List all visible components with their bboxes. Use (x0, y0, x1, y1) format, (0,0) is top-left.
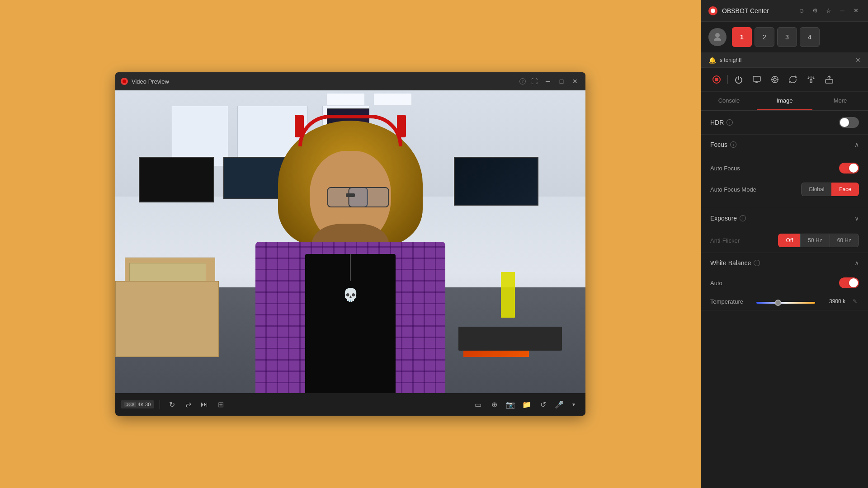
anti-flicker-label: Anti-Flicker (710, 237, 778, 244)
focus-section-header[interactable]: Focus i ∧ (701, 135, 868, 155)
bg-monitor1 (139, 157, 214, 202)
toolbar-photo-btn[interactable]: 📷 (504, 398, 517, 411)
hdr-label: HDR i (710, 119, 839, 126)
exposure-section: Exposure i ∨ Anti-Flicker Off 50 Hz 60 H… (701, 208, 868, 253)
focus-section: Focus i ∧ Auto Focus Auto Focus Mode (701, 135, 868, 208)
hdr-toggle-thumb (840, 118, 849, 127)
panel-titlebar-controls: ☺ ⚙ ☆ ─ ✕ (797, 6, 861, 16)
exposure-section-header[interactable]: Exposure i ∨ (701, 208, 868, 228)
video-close-btn[interactable]: ✕ (570, 76, 580, 86)
svg-rect-5 (753, 76, 760, 81)
panel-minimize-btn[interactable]: ─ (837, 6, 847, 16)
toolbar-mic-btn[interactable]: 🎤 (553, 398, 566, 411)
preset-btn-1[interactable]: 1 (732, 27, 752, 47)
focus-section-title: Focus i (710, 141, 854, 148)
tool-export-btn[interactable] (821, 71, 837, 88)
video-title: Video Preview (132, 78, 516, 85)
video-help-icon[interactable]: ? (519, 78, 526, 84)
auto-focus-label: Auto Focus (710, 165, 839, 172)
video-fullscreen-btn[interactable]: ⛶ (529, 76, 539, 86)
video-record-icon (121, 78, 128, 85)
anti-flicker-off-btn[interactable]: Off (778, 234, 800, 247)
glasses-bridge (346, 193, 355, 197)
tab-image[interactable]: Image (757, 92, 812, 110)
video-titlebar: Video Preview ? ⛶ ─ □ ✕ (115, 72, 585, 90)
hdr-row: HDR i (701, 111, 868, 135)
person-headphones (298, 115, 402, 146)
headphone-right-cup (397, 115, 406, 137)
toolbar-refresh2-btn[interactable]: ↺ (537, 398, 549, 411)
video-content: G3 HOLA (115, 90, 585, 393)
panel-emoji-btn[interactable]: ☺ (797, 6, 807, 16)
tool-record-btn[interactable] (708, 71, 725, 88)
video-maximize-btn[interactable]: □ (557, 76, 566, 86)
scene-keyboard (458, 327, 562, 351)
tool-display-btn[interactable] (749, 71, 765, 88)
wb-auto-toggle[interactable] (839, 277, 859, 288)
video-minimize-btn[interactable]: ─ (543, 76, 553, 86)
preset-btn-3[interactable]: 3 (777, 27, 797, 47)
toolbar-crop-btn[interactable]: ▭ (472, 398, 484, 411)
notif-text: s tonight! (720, 57, 852, 63)
svg-point-2 (715, 33, 720, 38)
focus-mode-global-btn[interactable]: Global (801, 183, 832, 196)
ceiling-light2 (374, 94, 411, 106)
auto-focus-toggle-thumb (849, 164, 858, 173)
exposure-section-title: Exposure i (710, 215, 854, 222)
focus-mode-face-btn[interactable]: Face (831, 183, 859, 196)
svg-rect-13 (826, 80, 833, 83)
video-window-controls: ⛶ ─ □ ✕ (529, 76, 580, 86)
toolbar-skip-btn[interactable]: ⏭ (198, 398, 211, 411)
wb-auto-row: Auto (701, 273, 868, 293)
temperature-slider-container (756, 297, 815, 305)
anti-flicker-50hz-btn[interactable]: 50 Hz (800, 234, 829, 247)
auto-focus-toggle[interactable] (839, 163, 859, 174)
glasses-right (349, 187, 389, 207)
settings-content: HDR i Focus i ∧ Auto Focus (701, 111, 868, 488)
tab-more[interactable]: More (812, 92, 868, 110)
notif-close-btn[interactable]: ✕ (855, 56, 861, 64)
wb-chevron-icon: ∧ (854, 259, 859, 267)
toolbar-grid-btn[interactable]: ⊞ (214, 398, 227, 411)
user-avatar (708, 28, 726, 46)
left-area: Video Preview ? ⛶ ─ □ ✕ (0, 0, 701, 488)
temperature-row: Temperature 3900 k ✎ (701, 293, 868, 310)
toolbar-crosshair-btn[interactable]: ⊕ (488, 398, 500, 411)
toolbar-rotate-btn[interactable]: ↻ (165, 398, 178, 411)
preset-btn-4[interactable]: 4 (800, 27, 820, 47)
panel-star-btn[interactable]: ☆ (824, 6, 834, 16)
hdr-toggle[interactable] (839, 117, 859, 128)
exposure-info-icon[interactable]: i (740, 215, 746, 221)
temperature-slider[interactable] (756, 302, 815, 304)
tool-power-btn[interactable] (731, 71, 747, 88)
panel-gear-btn[interactable]: ⚙ (810, 6, 820, 16)
preset-buttons: 1 2 3 4 (732, 27, 820, 47)
panel-close-btn[interactable]: ✕ (851, 6, 861, 16)
temperature-label: Temperature (710, 298, 751, 305)
toolbar-flip-btn[interactable]: ⇄ (182, 398, 194, 411)
focus-section-content: Auto Focus Auto Focus Mode Global Face (701, 155, 868, 208)
focus-info-icon[interactable]: i (730, 141, 736, 148)
aspect-ratio: 16:9 (124, 402, 136, 407)
panel-titlebar: OBSBOT Center ☺ ⚙ ☆ ─ ✕ (701, 0, 868, 22)
tool-antenna-btn[interactable] (803, 71, 819, 88)
tool-refresh-btn[interactable] (785, 71, 801, 88)
icon-toolbar (701, 68, 868, 92)
preset-btn-2[interactable]: 2 (755, 27, 774, 47)
tool-target-btn[interactable] (767, 71, 783, 88)
resolution-badge: 16:9 4K 30 (121, 400, 154, 408)
tab-console[interactable]: Console (701, 92, 757, 110)
wb-section-header[interactable]: White Balance i ∧ (701, 253, 868, 273)
svg-point-0 (123, 80, 126, 83)
temperature-edit-btn[interactable]: ✎ (851, 297, 859, 305)
toolbar-folder-btn[interactable]: 📁 (520, 398, 533, 411)
headphone-left-cup (295, 115, 304, 137)
toolbar-mic-dropdown[interactable]: ▼ (567, 398, 580, 411)
wb-info-icon[interactable]: i (754, 260, 760, 266)
focus-chevron-icon: ∧ (854, 141, 859, 148)
hdr-info-icon[interactable]: i (726, 119, 733, 126)
video-scene: G3 HOLA (115, 90, 585, 393)
notification-banner: 🔔 s tonight! ✕ (701, 53, 868, 68)
anti-flicker-60hz-btn[interactable]: 60 Hz (830, 234, 859, 247)
scene-yellow-cable (501, 272, 515, 318)
